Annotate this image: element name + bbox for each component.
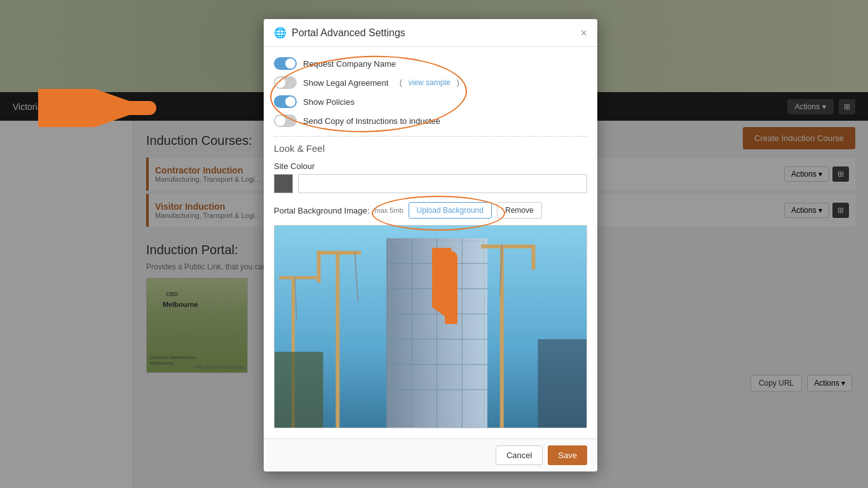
svg-rect-17 — [481, 245, 532, 248]
toggle-instructions[interactable] — [274, 114, 297, 127]
toggle-label-policies: Show Policies — [303, 97, 355, 107]
max-size-text: max 5mb — [374, 207, 403, 214]
modal-portal-settings: 🌐 Portal Advanced Settings × Request Com… — [264, 19, 597, 471]
site-colour-row — [274, 174, 587, 193]
look-feel-heading: Look & Feel — [274, 143, 587, 154]
section-divider — [274, 136, 587, 137]
toggle-row-policies: Show Policies — [274, 95, 587, 108]
colour-hex-input[interactable] — [298, 174, 587, 193]
toggle-row-instructions: Send Copy of Instructions to inductee — [274, 114, 587, 127]
toggle-label-company: Request Company Name — [303, 59, 396, 69]
svg-rect-12 — [336, 251, 339, 428]
svg-rect-18 — [532, 245, 536, 270]
modal-header-left: 🌐 Portal Advanced Settings — [274, 27, 405, 39]
upload-background-btn[interactable]: Upload Background — [409, 202, 492, 219]
bg-preview — [274, 225, 587, 428]
globe-icon: 🌐 — [274, 27, 287, 39]
svg-rect-14 — [317, 251, 321, 283]
save-button[interactable]: Save — [548, 445, 587, 465]
building-svg — [275, 226, 587, 428]
legal-paren-open: ( — [397, 78, 402, 87]
toggle-row-company: Request Company Name — [274, 57, 587, 70]
toggle-legal[interactable] — [274, 76, 297, 89]
remove-background-btn[interactable]: Remove — [497, 202, 542, 219]
colour-swatch[interactable] — [274, 174, 293, 193]
modal-footer: Cancel Save — [264, 438, 597, 471]
bg-image-row: Portal Background Image: max 5mb Upload … — [274, 202, 587, 219]
toggle-label-legal: Show Legal Agreement — [303, 78, 388, 88]
toggle-label-instructions: Send Copy of Instructions to inductee — [303, 116, 440, 126]
svg-rect-24 — [538, 339, 587, 428]
svg-rect-21 — [279, 276, 317, 280]
svg-rect-23 — [275, 352, 323, 428]
legal-paren-close: ) — [457, 78, 459, 87]
view-sample-link[interactable]: view sample — [409, 78, 451, 87]
toggle-row-legal: Show Legal Agreement ( view sample ) — [274, 76, 587, 89]
modal-header: 🌐 Portal Advanced Settings × — [264, 19, 597, 47]
toggle-company[interactable] — [274, 57, 297, 70]
bg-image-label: Portal Background Image: — [274, 206, 369, 215]
modal-close-btn[interactable]: × — [580, 27, 587, 39]
toggle-policies[interactable] — [274, 95, 297, 108]
cancel-button[interactable]: Cancel — [496, 445, 543, 465]
modal-title: Portal Advanced Settings — [292, 27, 405, 39]
site-colour-label: Site Colour — [274, 161, 587, 171]
modal-body: Request Company Name Show Legal Agreemen… — [264, 47, 597, 438]
